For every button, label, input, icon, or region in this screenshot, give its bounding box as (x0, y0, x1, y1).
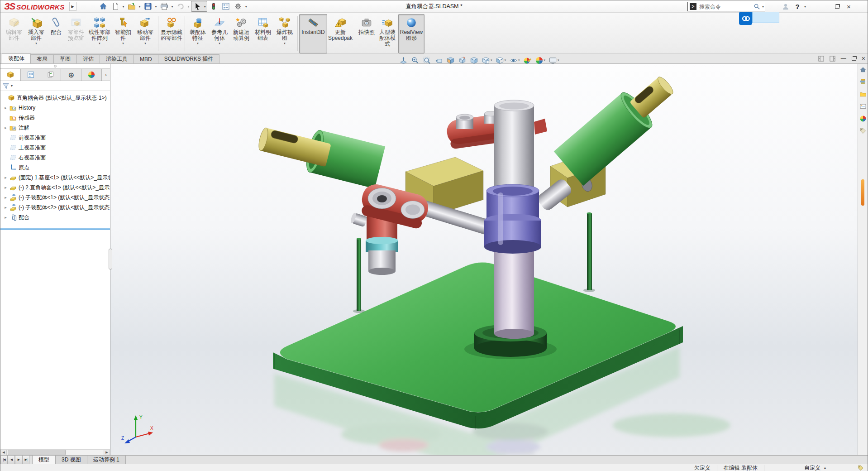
graphics-viewport[interactable]: Y X Z (110, 64, 858, 455)
doc-close-icon[interactable]: × (862, 55, 865, 62)
expand-arrow-icon[interactable]: ▸ (3, 175, 9, 180)
custom-status-menu[interactable]: 自定义 ▲ (798, 465, 833, 471)
save-dropdown[interactable]: ▾ (154, 5, 158, 9)
tree-item-front-plane[interactable]: 前视基准面 (0, 133, 110, 143)
tab-motion-study-1[interactable]: 运动算例 1 (87, 456, 126, 464)
task-list-icon[interactable] (220, 1, 232, 11)
filter-dropdown[interactable]: ▾ (10, 84, 14, 88)
appearances-scenes-icon[interactable] (859, 115, 867, 124)
search-icon[interactable] (754, 3, 760, 10)
close-button[interactable]: × (847, 3, 851, 10)
custom-properties-icon[interactable] (859, 127, 867, 136)
large-assembly-mode-button[interactable]: 大型装配体模式 (377, 14, 398, 53)
red-link-mid[interactable] (350, 182, 431, 275)
show-hidden-components-button[interactable]: 显示隐藏的零部件 (160, 14, 183, 53)
help-button[interactable]: ? (792, 1, 803, 12)
tab-property-manager[interactable] (21, 69, 41, 81)
previous-view-icon[interactable] (434, 56, 444, 65)
scrollbar-thumb[interactable] (8, 450, 66, 455)
tree-item-base-part[interactable]: ▸ (固定) 1.基座<1> (默认<<默认>_显示状态-1>) (0, 173, 110, 183)
selection-filter-icon[interactable] (208, 1, 219, 11)
tab-feature-tree[interactable] (0, 69, 21, 81)
main-shaft-lower[interactable] (494, 242, 534, 339)
edit-appearance-icon[interactable] (523, 56, 532, 65)
panel-resize-grip[interactable] (109, 249, 112, 269)
main-shaft-upper[interactable] (494, 100, 534, 193)
section-view-icon[interactable] (446, 56, 455, 65)
undo-icon[interactable] (175, 1, 186, 11)
linear-pattern-button[interactable]: 线性零部件阵列 ▾ (87, 14, 112, 53)
display-style-icon[interactable]: ▾ (495, 56, 507, 65)
tab-solidworks-addins[interactable]: SOLIDWORKS 插件 (158, 54, 220, 63)
panel-splitter-handle[interactable] (0, 64, 110, 69)
tab-dimxpert-manager[interactable]: ⊕ (61, 69, 81, 81)
expand-arrow-icon[interactable]: ▸ (3, 185, 9, 190)
filter-funnel-icon[interactable] (2, 82, 10, 90)
zoom-to-fit-icon[interactable] (399, 56, 408, 65)
expand-arrow-icon[interactable]: ▸ (3, 215, 9, 220)
solidworks-rings-icon[interactable] (739, 12, 752, 25)
task-pane-scroll-marker[interactable] (861, 179, 864, 206)
new-document-icon[interactable] (110, 1, 121, 11)
new-motion-study-button[interactable]: 新建运动算例 (230, 14, 253, 53)
zoom-to-area-icon[interactable] (410, 56, 420, 65)
status-tag-icon[interactable] (858, 465, 864, 471)
tab-scroll-next-icon[interactable]: ▶ (15, 456, 22, 464)
scroll-right-icon[interactable]: ▶ (104, 450, 110, 455)
custom-menu-arrow[interactable]: ▲ (823, 466, 827, 470)
tab-mbd[interactable]: MBD (134, 54, 158, 63)
apply-scene-icon[interactable]: ▾ (534, 56, 546, 65)
tree-item-subassembly-2[interactable]: ▸ (-) 子装配体<2> (默认<默认_显示状态-1>) (0, 202, 110, 212)
update-speedpak-button[interactable]: 更新Speedpak (327, 14, 353, 53)
mate-button[interactable]: 配合 (47, 14, 65, 53)
tree-item-history[interactable]: ▸ History (0, 103, 110, 113)
tab-display-manager[interactable] (81, 69, 102, 81)
tab-scroll-last-icon[interactable]: ▶| (22, 456, 29, 464)
search-scope-dropdown[interactable]: ▾ (761, 5, 765, 9)
panel-chevron-icon[interactable]: › (102, 69, 110, 81)
exploded-view-button[interactable]: 爆炸视图 ▾ (273, 14, 296, 53)
select-cursor-icon[interactable] (191, 1, 203, 11)
minimize-button[interactable]: — (822, 4, 828, 10)
restore-button[interactable] (835, 5, 839, 9)
expand-arrow-icon[interactable]: ▸ (3, 195, 9, 200)
tab-scroll-prev-icon[interactable]: ◀ (8, 456, 15, 464)
tree-item-origin[interactable]: 原点 (0, 163, 110, 173)
magnifier-icon[interactable] (422, 56, 432, 65)
purple-coupler[interactable] (484, 184, 541, 254)
new-document-dropdown[interactable]: ▾ (122, 5, 125, 9)
annotation-views-icon[interactable] (458, 56, 467, 65)
command-search[interactable]: > ▾ (687, 2, 765, 11)
tab-evaluate[interactable]: 评估 (76, 54, 100, 63)
tree-item-mates[interactable]: ▸ 配合 (0, 212, 110, 222)
tree-root[interactable]: 直角耦合器 (默认<默认_显示状态-1>) (0, 93, 110, 103)
menu-flyout-button[interactable]: ▶ (69, 2, 76, 11)
support-pin-right[interactable] (587, 212, 592, 290)
file-explorer-icon[interactable] (859, 91, 867, 100)
tab-assembly[interactable]: 装配体 (2, 53, 31, 63)
realview-graphics-button[interactable]: RealView图形 (398, 14, 424, 53)
support-pin-left[interactable] (357, 238, 361, 311)
expand-arrow-icon[interactable]: ▸ (3, 205, 9, 210)
expand-arrow-icon[interactable]: ▸ (3, 125, 9, 130)
expand-arrow-icon[interactable]: ▸ (3, 106, 9, 110)
search-input[interactable] (698, 3, 754, 10)
green-cylinder-right[interactable] (554, 66, 683, 186)
pane-left-icon[interactable] (818, 56, 824, 62)
tree-item-sleeve-part[interactable]: ▸ (-) 2.直角轴套<1> (默认<<默认>_显示状态-1>) (0, 183, 110, 192)
instant3d-button[interactable]: Instant3D (299, 14, 327, 53)
pane-right-icon[interactable] (830, 56, 835, 62)
tree-item-subassembly-1[interactable]: ▸ (-) 子装配体<1> (默认<默认_显示状态-1>) (0, 192, 110, 202)
tab-configuration-manager[interactable] (41, 69, 62, 81)
options-dropdown[interactable]: ▾ (244, 5, 248, 9)
doc-minimize-icon[interactable]: — (841, 55, 846, 62)
tab-3d-views[interactable]: 3D 视图 (56, 456, 87, 464)
tab-layout[interactable]: 布局 (30, 54, 54, 63)
assembly-features-button[interactable]: 装配体特征 ▾ (186, 14, 209, 53)
panel-horizontal-scrollbar[interactable]: ◀ ▶ (0, 449, 110, 455)
insert-component-button[interactable]: 插入零部件 ▾ (25, 14, 47, 53)
home-icon[interactable] (97, 1, 109, 11)
bill-of-materials-button[interactable]: 材料明细表 (253, 14, 273, 53)
select-tool[interactable]: ▾ (191, 1, 207, 12)
tree-split-bar[interactable] (0, 228, 110, 230)
